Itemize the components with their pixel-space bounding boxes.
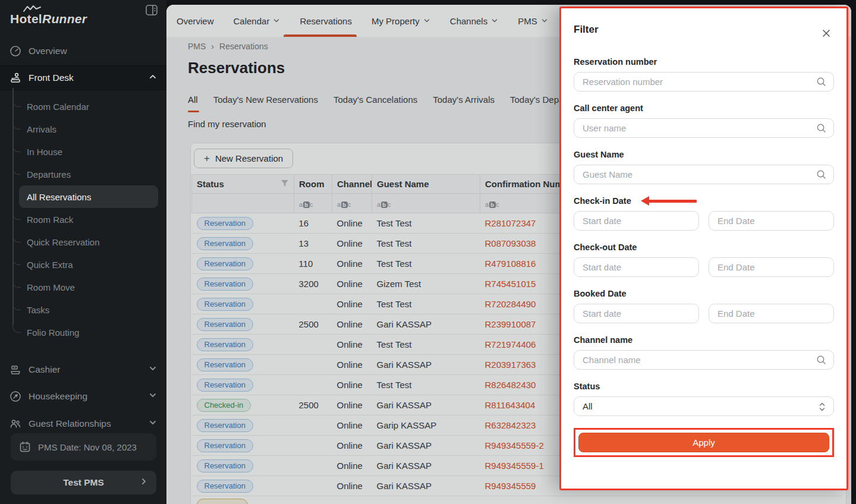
check-out-date-end-input[interactable] — [709, 257, 834, 277]
property-name: Test PMS — [63, 477, 104, 488]
filter-group-channel-name: Channel name — [574, 335, 834, 370]
status-select[interactable]: All — [574, 396, 834, 416]
filter-groups: Reservation numberCall center agentGuest… — [574, 57, 834, 416]
pms-date-button[interactable]: PMS Date: Nov 08, 2023 — [11, 433, 156, 461]
sidebar-item-label: Guest Relationships — [29, 418, 111, 429]
sidebar-item-room-calendar[interactable]: Room Calendar — [12, 95, 161, 118]
sidebar-item-arrivals[interactable]: Arrivals — [12, 118, 161, 140]
sidebar-subitem-label: Quick Reservation — [27, 237, 100, 247]
sidebar-item-all-reservations[interactable]: All Reservations — [19, 185, 158, 208]
search-icon — [816, 169, 826, 182]
sidebar-item-label: Cashier — [29, 364, 60, 375]
booked-date-start-input[interactable] — [574, 304, 699, 323]
sidebar-subitem-label: Arrivals — [27, 124, 56, 134]
sidebar: HotelRunner Overview Front Desk Room Cal… — [0, 0, 166, 504]
channel-name-input[interactable] — [574, 350, 834, 370]
filter-drawer: Filter Reservation numberCall center age… — [559, 7, 848, 490]
brand-logo-text: HotelRunner — [10, 12, 87, 26]
filter-label-check-in-date: Check-in Date — [574, 196, 631, 206]
sidebar-item-room-move[interactable]: Room Move — [12, 276, 161, 298]
sidebar-item-cashier[interactable]: Cashier — [0, 357, 166, 382]
filter-group-guest-name: Guest Name — [574, 150, 834, 184]
sidebar-item-departures[interactable]: Departures — [12, 163, 161, 185]
select-value: All — [583, 401, 593, 411]
gauge-icon — [10, 45, 21, 57]
app-root: HotelRunner Overview Front Desk Room Cal… — [0, 0, 856, 504]
filter-label-call-center-agent: Call center agent — [574, 103, 643, 113]
filter-group-reservation-number: Reservation number — [574, 57, 834, 92]
sidebar-subitem-label: Quick Extra — [27, 260, 73, 270]
search-icon — [816, 123, 826, 136]
sidebar-item-overview[interactable]: Overview — [0, 39, 166, 64]
sidebar-subitem-label: Room Rack — [27, 215, 73, 225]
filter-group-booked-date: Booked Date — [574, 289, 834, 323]
sidebar-collapse-icon[interactable] — [145, 4, 158, 19]
reservation-number-input[interactable] — [574, 72, 834, 92]
sidebar-subitem-label: In House — [27, 147, 62, 157]
filter-title: Filter — [574, 24, 834, 36]
sidebar-subitem-label: Folio Routing — [27, 327, 79, 338]
cash-register-icon — [10, 364, 21, 376]
sidebar-item-label: Front Desk — [29, 73, 74, 83]
sidebar-subitem-label: All Reservations — [27, 192, 91, 202]
sidebar-item-tasks[interactable]: Tasks — [12, 298, 161, 321]
housekeeping-icon — [10, 390, 21, 402]
chevron-right-icon — [140, 477, 148, 488]
call-center-agent-input[interactable] — [574, 118, 834, 138]
sidebar-item-housekeeping[interactable]: Housekeeping — [0, 384, 166, 409]
apply-annotation-box: Apply — [574, 428, 834, 457]
apply-button[interactable]: Apply — [578, 433, 829, 452]
sidebar-subitem-label: Departures — [27, 169, 71, 179]
select-updown-icon — [818, 401, 826, 414]
sidebar-item-label: Housekeeping — [29, 391, 87, 402]
sidebar-item-folio-routing[interactable]: Folio Routing — [12, 321, 161, 344]
filter-group-call-center-agent: Call center agent — [574, 103, 834, 138]
filter-label-check-out-date: Check-out Date — [574, 242, 637, 252]
check-out-date-start-input[interactable] — [574, 257, 699, 277]
guest-name-input[interactable] — [574, 165, 834, 184]
check-in-date-start-input[interactable] — [574, 211, 699, 231]
property-selector-button[interactable]: Test PMS — [11, 471, 156, 494]
filter-group-status: StatusAll — [574, 382, 834, 416]
sidebar-item-room-rack[interactable]: Room Rack — [12, 208, 161, 231]
people-icon — [10, 418, 21, 430]
search-icon — [816, 77, 826, 89]
chevron-down-icon — [149, 418, 157, 429]
calendar-icon — [19, 441, 31, 453]
sidebar-item-quick-reservation[interactable]: Quick Reservation — [12, 231, 161, 253]
pms-date-label: PMS Date: Nov 08, 2023 — [38, 442, 137, 452]
sidebar-item-label: Overview — [29, 46, 67, 56]
front-desk-submenu: Room CalendarArrivalsIn HouseDeparturesA… — [12, 95, 161, 344]
check-in-date-end-input[interactable] — [709, 211, 834, 231]
filter-label-booked-date: Booked Date — [574, 289, 627, 298]
mountain-logo-icon — [23, 5, 41, 12]
close-icon[interactable] — [820, 27, 832, 39]
sidebar-item-quick-extra[interactable]: Quick Extra — [12, 253, 161, 276]
booked-date-end-input[interactable] — [709, 304, 834, 323]
front-desk-icon — [10, 72, 21, 84]
annotation-arrow — [641, 196, 697, 206]
chevron-up-icon — [149, 73, 157, 83]
sidebar-subitem-label: Room Move — [27, 282, 75, 292]
sidebar-item-guest-relationships[interactable]: Guest Relationships — [0, 411, 166, 436]
brand-logo[interactable]: HotelRunner — [10, 8, 156, 30]
filter-label-guest-name: Guest Name — [574, 150, 624, 159]
sidebar-item-front-desk[interactable]: Front Desk — [0, 65, 166, 90]
sidebar-item-in-house[interactable]: In House — [12, 140, 161, 163]
chevron-down-icon — [149, 364, 157, 375]
filter-label-channel-name: Channel name — [574, 335, 632, 345]
search-icon — [816, 355, 826, 367]
chevron-down-icon — [149, 391, 157, 402]
filter-group-check-out-date: Check-out Date — [574, 242, 834, 277]
filter-label-status: Status — [574, 382, 600, 391]
filter-group-check-in-date: Check-in Date — [574, 196, 834, 231]
filter-label-reservation-number: Reservation number — [574, 57, 657, 67]
sidebar-subitem-label: Room Calendar — [27, 102, 89, 112]
sidebar-subitem-label: Tasks — [27, 305, 49, 315]
